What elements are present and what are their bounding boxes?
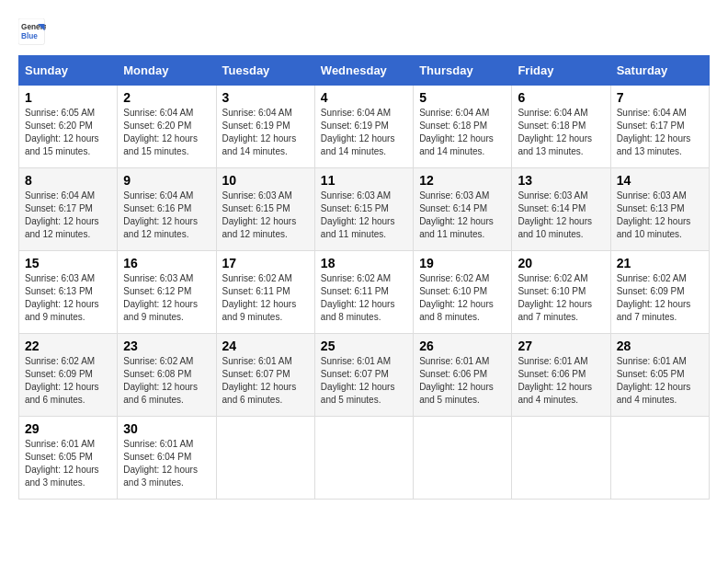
day-number: 10 [222, 173, 309, 188]
calendar-cell [512, 417, 610, 500]
calendar-cell: 20 Sunrise: 6:02 AMSunset: 6:10 PMDaylig… [512, 251, 610, 334]
calendar-cell: 30 Sunrise: 6:01 AMSunset: 6:04 PMDaylig… [118, 417, 216, 500]
calendar-cell: 11 Sunrise: 6:03 AMSunset: 6:15 PMDaylig… [314, 168, 413, 251]
calendar-cell: 7 Sunrise: 6:04 AMSunset: 6:17 PMDayligh… [610, 86, 709, 168]
day-number: 13 [518, 173, 604, 188]
week-row-5: 29 Sunrise: 6:01 AMSunset: 6:05 PMDaylig… [19, 417, 710, 500]
day-number: 25 [321, 339, 407, 353]
day-info: Sunrise: 6:04 AMSunset: 6:19 PMDaylight:… [321, 108, 395, 156]
day-number: 11 [321, 173, 407, 188]
calendar-cell: 2 Sunrise: 6:04 AMSunset: 6:20 PMDayligh… [118, 86, 216, 168]
week-row-4: 22 Sunrise: 6:02 AMSunset: 6:09 PMDaylig… [19, 334, 710, 417]
day-number: 6 [518, 90, 604, 105]
calendar-cell [314, 417, 413, 500]
week-row-2: 8 Sunrise: 6:04 AMSunset: 6:17 PMDayligh… [19, 168, 710, 251]
calendar-cell: 4 Sunrise: 6:04 AMSunset: 6:19 PMDayligh… [314, 86, 413, 168]
calendar-cell: 27 Sunrise: 6:01 AMSunset: 6:06 PMDaylig… [512, 334, 610, 417]
day-info: Sunrise: 6:04 AMSunset: 6:18 PMDaylight:… [518, 108, 592, 156]
day-number: 2 [123, 90, 210, 105]
day-info: Sunrise: 6:03 AMSunset: 6:13 PMDaylight:… [25, 273, 99, 322]
day-number: 21 [617, 256, 703, 270]
calendar-cell: 21 Sunrise: 6:02 AMSunset: 6:09 PMDaylig… [610, 251, 709, 334]
week-row-3: 15 Sunrise: 6:03 AMSunset: 6:13 PMDaylig… [19, 251, 710, 334]
weekday-header-saturday: Saturday [610, 56, 709, 86]
weekday-header-tuesday: Tuesday [216, 56, 314, 86]
day-info: Sunrise: 6:04 AMSunset: 6:17 PMDaylight:… [25, 190, 99, 239]
calendar-cell: 19 Sunrise: 6:02 AMSunset: 6:10 PMDaylig… [414, 251, 512, 334]
weekday-header-sunday: Sunday [19, 56, 118, 86]
day-number: 12 [419, 173, 506, 188]
day-info: Sunrise: 6:03 AMSunset: 6:14 PMDaylight:… [419, 190, 494, 239]
calendar-cell: 6 Sunrise: 6:04 AMSunset: 6:18 PMDayligh… [512, 86, 610, 168]
day-number: 28 [617, 339, 703, 353]
calendar-cell [610, 417, 709, 500]
day-number: 29 [25, 421, 111, 436]
day-number: 17 [222, 256, 309, 270]
day-number: 14 [617, 173, 703, 188]
calendar-cell: 5 Sunrise: 6:04 AMSunset: 6:18 PMDayligh… [414, 86, 512, 168]
logo-icon: General Blue [18, 18, 46, 46]
calendar-cell: 10 Sunrise: 6:03 AMSunset: 6:15 PMDaylig… [216, 168, 314, 251]
day-info: Sunrise: 6:02 AMSunset: 6:10 PMDaylight:… [518, 273, 592, 322]
day-number: 23 [123, 339, 210, 353]
day-info: Sunrise: 6:04 AMSunset: 6:19 PMDaylight:… [222, 108, 297, 156]
logo: General Blue [18, 18, 46, 46]
day-info: Sunrise: 6:01 AMSunset: 6:06 PMDaylight:… [419, 356, 494, 405]
calendar-cell: 29 Sunrise: 6:01 AMSunset: 6:05 PMDaylig… [19, 417, 118, 500]
day-info: Sunrise: 6:03 AMSunset: 6:15 PMDaylight:… [321, 190, 395, 239]
weekday-header-friday: Friday [512, 56, 610, 86]
day-info: Sunrise: 6:02 AMSunset: 6:10 PMDaylight:… [419, 273, 494, 322]
day-info: Sunrise: 6:02 AMSunset: 6:11 PMDaylight:… [321, 273, 395, 322]
day-number: 9 [123, 173, 210, 188]
weekday-header-monday: Monday [118, 56, 216, 86]
day-info: Sunrise: 6:02 AMSunset: 6:11 PMDaylight:… [222, 273, 297, 322]
day-info: Sunrise: 6:05 AMSunset: 6:20 PMDaylight:… [25, 108, 99, 156]
day-info: Sunrise: 6:03 AMSunset: 6:14 PMDaylight:… [518, 190, 592, 239]
weekday-header-thursday: Thursday [414, 56, 512, 86]
day-number: 15 [25, 256, 111, 270]
calendar-cell: 1 Sunrise: 6:05 AMSunset: 6:20 PMDayligh… [19, 86, 118, 168]
day-number: 27 [518, 339, 604, 353]
day-number: 7 [617, 90, 703, 105]
weekday-header-row: SundayMondayTuesdayWednesdayThursdayFrid… [19, 56, 710, 86]
calendar-cell [216, 417, 314, 500]
calendar-cell: 15 Sunrise: 6:03 AMSunset: 6:13 PMDaylig… [19, 251, 118, 334]
day-info: Sunrise: 6:02 AMSunset: 6:08 PMDaylight:… [123, 356, 198, 405]
calendar-cell: 22 Sunrise: 6:02 AMSunset: 6:09 PMDaylig… [19, 334, 118, 417]
calendar-cell: 13 Sunrise: 6:03 AMSunset: 6:14 PMDaylig… [512, 168, 610, 251]
day-info: Sunrise: 6:01 AMSunset: 6:06 PMDaylight:… [518, 356, 592, 405]
day-number: 18 [321, 256, 407, 270]
day-info: Sunrise: 6:01 AMSunset: 6:07 PMDaylight:… [222, 356, 297, 405]
svg-text:Blue: Blue [21, 32, 38, 40]
day-number: 26 [419, 339, 506, 353]
calendar-cell: 24 Sunrise: 6:01 AMSunset: 6:07 PMDaylig… [216, 334, 314, 417]
day-info: Sunrise: 6:02 AMSunset: 6:09 PMDaylight:… [617, 273, 691, 322]
day-number: 3 [222, 90, 309, 105]
day-number: 19 [419, 256, 506, 270]
day-info: Sunrise: 6:03 AMSunset: 6:12 PMDaylight:… [123, 273, 198, 322]
calendar-cell: 26 Sunrise: 6:01 AMSunset: 6:06 PMDaylig… [414, 334, 512, 417]
day-number: 22 [25, 339, 111, 353]
day-info: Sunrise: 6:04 AMSunset: 6:16 PMDaylight:… [123, 190, 198, 239]
calendar-cell: 28 Sunrise: 6:01 AMSunset: 6:05 PMDaylig… [610, 334, 709, 417]
calendar-cell: 3 Sunrise: 6:04 AMSunset: 6:19 PMDayligh… [216, 86, 314, 168]
day-info: Sunrise: 6:04 AMSunset: 6:17 PMDaylight:… [617, 108, 691, 156]
day-info: Sunrise: 6:01 AMSunset: 6:04 PMDaylight:… [123, 439, 198, 488]
week-row-1: 1 Sunrise: 6:05 AMSunset: 6:20 PMDayligh… [19, 86, 710, 168]
calendar-cell: 25 Sunrise: 6:01 AMSunset: 6:07 PMDaylig… [314, 334, 413, 417]
day-number: 30 [123, 421, 210, 436]
weekday-header-wednesday: Wednesday [314, 56, 413, 86]
calendar-cell: 9 Sunrise: 6:04 AMSunset: 6:16 PMDayligh… [118, 168, 216, 251]
calendar-cell [414, 417, 512, 500]
day-info: Sunrise: 6:01 AMSunset: 6:05 PMDaylight:… [25, 439, 99, 488]
calendar-cell: 16 Sunrise: 6:03 AMSunset: 6:12 PMDaylig… [118, 251, 216, 334]
day-info: Sunrise: 6:04 AMSunset: 6:18 PMDaylight:… [419, 108, 494, 156]
day-info: Sunrise: 6:01 AMSunset: 6:07 PMDaylight:… [321, 356, 395, 405]
day-number: 20 [518, 256, 604, 270]
day-number: 8 [25, 173, 111, 188]
day-number: 16 [123, 256, 210, 270]
calendar-cell: 17 Sunrise: 6:02 AMSunset: 6:11 PMDaylig… [216, 251, 314, 334]
day-number: 1 [25, 90, 111, 105]
calendar-cell: 18 Sunrise: 6:02 AMSunset: 6:11 PMDaylig… [314, 251, 413, 334]
calendar-cell: 8 Sunrise: 6:04 AMSunset: 6:17 PMDayligh… [19, 168, 118, 251]
